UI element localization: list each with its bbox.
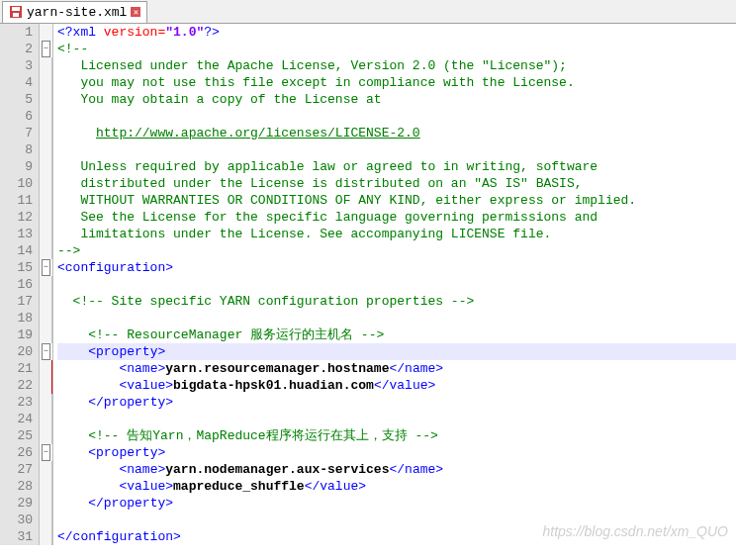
fold-cell: − <box>40 259 52 276</box>
code-line: Unless required by applicable law or agr… <box>57 158 736 175</box>
fold-cell <box>40 478 52 495</box>
code-line: <!-- <box>57 41 736 57</box>
line-number: 2 <box>0 41 33 57</box>
close-icon[interactable]: ✕ <box>131 7 140 17</box>
line-number: 10 <box>0 175 33 192</box>
line-number: 25 <box>0 427 33 444</box>
line-number: 5 <box>0 91 33 108</box>
line-number: 1 <box>0 24 33 41</box>
line-number: 20 <box>0 343 33 360</box>
code-line: You may obtain a copy of the License at <box>57 91 736 108</box>
fold-cell <box>40 209 52 226</box>
license-url-link[interactable]: http://www.apache.org/licenses/LICENSE-2… <box>96 126 420 140</box>
code-line <box>57 108 736 125</box>
code-line: See the License for the specific languag… <box>57 209 736 226</box>
line-number: 8 <box>0 141 33 158</box>
line-number: 28 <box>0 478 33 495</box>
fold-toggle-icon[interactable]: − <box>42 444 50 461</box>
fold-cell: − <box>40 41 52 57</box>
fold-toggle-icon[interactable]: − <box>42 259 50 276</box>
tab-filename: yarn-site.xml <box>27 5 127 20</box>
line-number: 11 <box>0 192 33 209</box>
code-line: </property> <box>57 495 736 512</box>
line-number: 14 <box>0 242 33 259</box>
code-line: <value>mapreduce_shuffle</value> <box>57 478 736 495</box>
fold-cell <box>40 74 52 91</box>
code-line: distributed under the License is distrib… <box>57 175 736 192</box>
code-line <box>57 141 736 158</box>
fold-cell <box>40 125 52 141</box>
fold-toggle-icon[interactable]: − <box>42 41 50 57</box>
code-line <box>57 310 736 327</box>
fold-cell <box>40 528 52 545</box>
fold-cell <box>40 175 52 192</box>
code-line: <value>bigdata-hpsk01.huadian.com</value… <box>57 377 736 394</box>
fold-column: −−−− <box>40 24 53 545</box>
fold-cell <box>40 226 52 242</box>
line-number: 29 <box>0 495 33 512</box>
fold-cell <box>40 276 52 293</box>
line-number: 6 <box>0 108 33 125</box>
code-line <box>57 411 736 427</box>
line-number: 4 <box>0 74 33 91</box>
fold-cell <box>40 512 52 528</box>
line-number: 13 <box>0 226 33 242</box>
watermark: https://blog.csdn.net/xm_QUO <box>542 523 728 539</box>
fold-cell <box>40 108 52 125</box>
code-line: <name>yarn.resourcemanager.hostname</nam… <box>57 360 736 377</box>
fold-cell <box>40 461 52 478</box>
fold-cell <box>40 24 52 41</box>
fold-cell <box>40 394 52 411</box>
save-icon <box>9 5 23 19</box>
line-number: 15 <box>0 259 33 276</box>
fold-cell <box>40 377 52 394</box>
fold-cell <box>40 427 52 444</box>
code-line: <!-- Site specific YARN configuration pr… <box>57 293 736 310</box>
line-number: 23 <box>0 394 33 411</box>
fold-cell <box>40 91 52 108</box>
code-line: WITHOUT WARRANTIES OR CONDITIONS OF ANY … <box>57 192 736 209</box>
fold-cell <box>40 310 52 327</box>
line-number: 3 <box>0 57 33 74</box>
code-line: Licensed under the Apache License, Versi… <box>57 57 736 74</box>
tab-bar: yarn-site.xml ✕ <box>0 0 736 24</box>
code-line: you may not use this file except in comp… <box>57 74 736 91</box>
fold-cell <box>40 360 52 377</box>
file-tab[interactable]: yarn-site.xml ✕ <box>2 1 147 23</box>
line-number: 22 <box>0 377 33 394</box>
fold-cell <box>40 141 52 158</box>
line-number: 27 <box>0 461 33 478</box>
code-editor[interactable]: 1234567891011121314151617181920212223242… <box>0 24 736 545</box>
fold-cell: − <box>40 343 52 360</box>
fold-cell <box>40 327 52 343</box>
code-line: <property> <box>57 444 736 461</box>
line-number: 31 <box>0 528 33 545</box>
code-line: --> <box>57 242 736 259</box>
code-line: limitations under the License. See accom… <box>57 226 736 242</box>
fold-cell <box>40 57 52 74</box>
fold-cell <box>40 158 52 175</box>
code-line: <name>yarn.nodemanager.aux-services</nam… <box>57 461 736 478</box>
line-number: 24 <box>0 411 33 427</box>
code-line: </property> <box>57 394 736 411</box>
fold-cell <box>40 242 52 259</box>
code-line: http://www.apache.org/licenses/LICENSE-2… <box>57 125 736 141</box>
fold-cell <box>40 293 52 310</box>
fold-cell <box>40 495 52 512</box>
fold-cell <box>40 192 52 209</box>
svg-rect-2 <box>13 13 19 17</box>
code-line: <!-- 告知Yarn，MapReduce程序将运行在其上，支持 --> <box>57 427 736 444</box>
fold-toggle-icon[interactable]: − <box>42 343 50 360</box>
line-number: 17 <box>0 293 33 310</box>
line-number: 12 <box>0 209 33 226</box>
line-number-gutter: 1234567891011121314151617181920212223242… <box>0 24 40 545</box>
line-number: 19 <box>0 327 33 343</box>
line-number: 30 <box>0 512 33 528</box>
fold-cell: − <box>40 444 52 461</box>
line-number: 16 <box>0 276 33 293</box>
svg-rect-1 <box>12 7 20 11</box>
line-number: 7 <box>0 125 33 141</box>
code-area[interactable]: <?xml version="1.0"?> <!-- Licensed unde… <box>53 24 736 545</box>
fold-cell <box>40 411 52 427</box>
code-line-current: <property> <box>57 343 736 360</box>
